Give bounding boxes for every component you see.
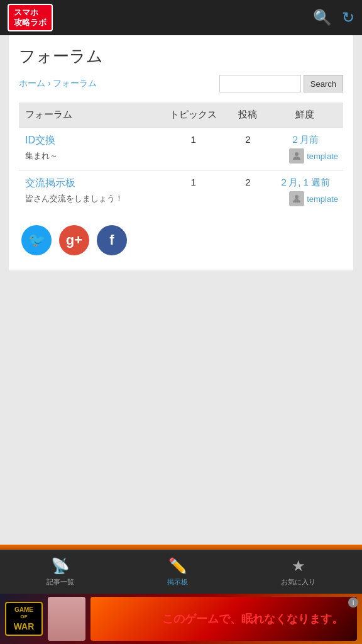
freshness-time-0: ２月前 bbox=[271, 134, 338, 146]
social-row: 🐦 g+ f bbox=[19, 225, 343, 255]
forum-table: フォーラム トピックス 投稿 鮮度 ID交換 集まれ～ 1 2 ２月前 bbox=[19, 103, 343, 213]
user-icon bbox=[291, 150, 302, 162]
breadcrumb-current: フォーラム bbox=[53, 78, 97, 88]
forum-desc-0: 集まれ～ bbox=[25, 151, 58, 160]
gow-logo: GAME OF WAR bbox=[5, 602, 43, 636]
table-row: 交流掲示板 皆さん交流をしましょう！ 1 2 ２月, 1 週前 template bbox=[19, 170, 343, 213]
page-title: フォーラム bbox=[19, 45, 343, 67]
gow-game: GAME bbox=[10, 606, 38, 614]
svg-point-1 bbox=[295, 195, 299, 199]
header-icons: 🔍 ↻ bbox=[313, 9, 354, 26]
nav-item-forum[interactable]: ✏️ 掲示板 bbox=[167, 557, 188, 587]
gow-of: OF bbox=[10, 614, 38, 620]
user-icon bbox=[291, 193, 302, 204]
search-button[interactable]: Search bbox=[304, 75, 343, 92]
posts-cell-1: 2 bbox=[229, 170, 266, 213]
main-content: フォーラム ホーム › フォーラム Search フォーラム トピックス 投稿 … bbox=[0, 35, 362, 545]
user-label-0: template bbox=[307, 152, 338, 161]
nav-item-articles[interactable]: 📡 記事一覧 bbox=[47, 557, 74, 587]
freshness-cell-1: ２月, 1 週前 template bbox=[266, 170, 343, 213]
twitter-button[interactable]: 🐦 bbox=[21, 225, 52, 255]
topics-cell-1: 1 bbox=[157, 170, 229, 213]
col-topics: トピックス bbox=[157, 103, 229, 128]
star-icon: ★ bbox=[292, 557, 305, 575]
avatar-row-1: template bbox=[271, 191, 338, 206]
gow-war: WAR bbox=[10, 621, 38, 632]
avatar-1 bbox=[289, 191, 304, 206]
ad-image-baby bbox=[48, 597, 85, 641]
forum-card: フォーラム ホーム › フォーラム Search フォーラム トピックス 投稿 … bbox=[9, 35, 353, 270]
ad-banner[interactable]: GAME OF WAR このゲームで、眠れなくなります。 i bbox=[0, 594, 362, 644]
gplus-button[interactable]: g+ bbox=[59, 225, 89, 255]
ad-text-jp: このゲームで、眠れなくなります。 bbox=[162, 611, 343, 626]
col-forum: フォーラム bbox=[19, 103, 157, 128]
logo-text: スマホ 攻略ラボ bbox=[14, 8, 47, 27]
pencil-icon: ✏️ bbox=[168, 557, 187, 575]
search-input[interactable] bbox=[219, 75, 301, 92]
breadcrumb-sep: › bbox=[48, 78, 51, 88]
svg-point-0 bbox=[295, 152, 299, 156]
breadcrumb-home[interactable]: ホーム bbox=[19, 78, 45, 88]
ad-text-overlay: このゲームで、眠れなくなります。 bbox=[162, 611, 343, 626]
forum-link-1[interactable]: 交流掲示板 bbox=[25, 177, 152, 190]
forum-tbody: ID交換 集まれ～ 1 2 ２月前 template bbox=[19, 128, 343, 213]
topics-cell-0: 1 bbox=[157, 128, 229, 170]
freshness-time-1: ２月, 1 週前 bbox=[271, 177, 338, 189]
breadcrumb: ホーム › フォーラム bbox=[19, 78, 97, 89]
orange-strip bbox=[0, 545, 362, 550]
forum-cell-0: ID交換 集まれ～ bbox=[19, 128, 157, 170]
logo-line1: スマホ bbox=[14, 8, 47, 18]
search-icon[interactable]: 🔍 bbox=[313, 9, 332, 26]
logo[interactable]: スマホ 攻略ラボ bbox=[8, 4, 53, 31]
nav-label-favorites: お気に入り bbox=[281, 577, 315, 587]
table-header: フォーラム トピックス 投稿 鮮度 bbox=[19, 103, 343, 128]
bottom-nav: 📡 記事一覧 ✏️ 掲示板 ★ お気に入り bbox=[0, 550, 362, 594]
table-row: ID交換 集まれ～ 1 2 ２月前 template bbox=[19, 128, 343, 170]
header: スマホ 攻略ラボ 🔍 ↻ bbox=[0, 0, 362, 35]
gplus-icon: g+ bbox=[66, 232, 82, 248]
twitter-icon: 🐦 bbox=[28, 232, 45, 248]
nav-label-articles: 記事一覧 bbox=[47, 577, 74, 587]
top-row: ホーム › フォーラム Search bbox=[19, 75, 343, 92]
logo-line2: 攻略ラボ bbox=[14, 18, 47, 28]
rss-icon: 📡 bbox=[51, 557, 70, 575]
col-freshness: 鮮度 bbox=[266, 103, 343, 128]
col-posts: 投稿 bbox=[229, 103, 266, 128]
forum-cell-1: 交流掲示板 皆さん交流をしましょう！ bbox=[19, 170, 157, 213]
avatar-0 bbox=[289, 148, 304, 164]
posts-cell-0: 2 bbox=[229, 128, 266, 170]
user-label-1: template bbox=[307, 194, 338, 204]
forum-link-0[interactable]: ID交換 bbox=[25, 134, 152, 147]
nav-item-favorites[interactable]: ★ お気に入り bbox=[281, 557, 315, 587]
refresh-icon[interactable]: ↻ bbox=[342, 9, 354, 26]
search-row: Search bbox=[219, 75, 343, 92]
ad-info-icon[interactable]: i bbox=[348, 597, 358, 608]
avatar-row-0: template bbox=[271, 148, 338, 164]
nav-label-forum: 掲示板 bbox=[167, 577, 188, 587]
facebook-icon: f bbox=[109, 232, 114, 248]
freshness-cell-0: ２月前 template bbox=[266, 128, 343, 170]
facebook-button[interactable]: f bbox=[97, 225, 127, 255]
forum-desc-1: 皆さん交流をしましょう！ bbox=[25, 194, 123, 203]
